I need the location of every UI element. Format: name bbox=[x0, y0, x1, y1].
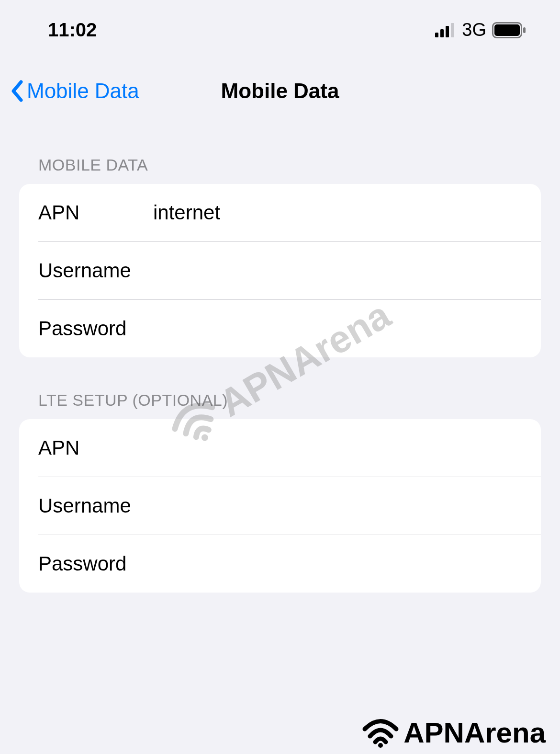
lte-apn-row[interactable]: APN bbox=[19, 419, 541, 477]
section-header-lte-setup: LTE SETUP (OPTIONAL) bbox=[0, 391, 560, 410]
lte-username-row[interactable]: Username bbox=[19, 477, 541, 535]
svg-point-8 bbox=[378, 743, 383, 748]
svg-rect-6 bbox=[523, 27, 526, 33]
mobile-data-card: APN internet Username Password bbox=[19, 184, 541, 357]
cellular-signal-icon bbox=[435, 23, 456, 37]
status-bar: 11:02 3G bbox=[0, 0, 560, 55]
svg-rect-0 bbox=[435, 33, 438, 37]
lte-apn-label: APN bbox=[38, 436, 153, 459]
password-row[interactable]: Password bbox=[19, 300, 541, 357]
watermark-bottom: APNArena bbox=[361, 716, 546, 749]
lte-username-label: Username bbox=[38, 494, 153, 517]
watermark-text: APNArena bbox=[403, 716, 546, 749]
svg-rect-5 bbox=[494, 24, 520, 36]
apn-label: APN bbox=[38, 201, 153, 224]
back-label: Mobile Data bbox=[27, 79, 139, 103]
chevron-left-icon bbox=[10, 79, 25, 103]
apn-row[interactable]: APN internet bbox=[19, 184, 541, 241]
apn-value[interactable]: internet bbox=[153, 201, 522, 224]
network-type-label: 3G bbox=[462, 20, 486, 40]
password-label: Password bbox=[38, 317, 153, 340]
svg-rect-3 bbox=[451, 23, 454, 37]
status-time: 11:02 bbox=[48, 19, 97, 41]
battery-icon bbox=[492, 22, 526, 38]
username-row[interactable]: Username bbox=[19, 242, 541, 299]
page-title: Mobile Data bbox=[221, 79, 339, 103]
lte-password-row[interactable]: Password bbox=[19, 535, 541, 593]
wifi-icon bbox=[361, 717, 400, 748]
navigation-bar: Mobile Data Mobile Data bbox=[0, 55, 560, 127]
svg-rect-1 bbox=[440, 29, 444, 37]
status-right: 3G bbox=[435, 20, 526, 40]
lte-setup-card: APN Username Password bbox=[19, 419, 541, 593]
lte-password-label: Password bbox=[38, 552, 153, 575]
back-button[interactable]: Mobile Data bbox=[10, 79, 139, 103]
username-label: Username bbox=[38, 259, 153, 282]
section-header-mobile-data: MOBILE DATA bbox=[0, 156, 560, 174]
svg-rect-2 bbox=[446, 26, 449, 37]
